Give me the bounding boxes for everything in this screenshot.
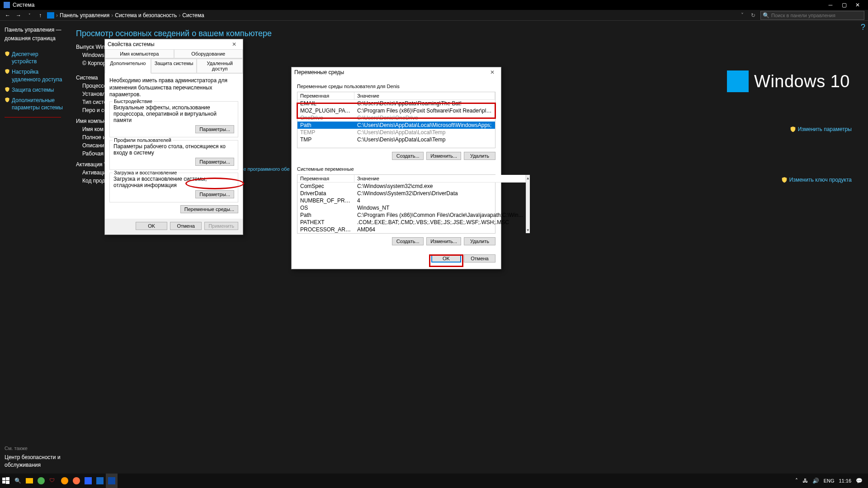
tab-advanced[interactable]: Дополнительно bbox=[105, 59, 151, 74]
sidebar-item-security-center[interactable]: Центр безопасности и обслуживания bbox=[5, 454, 63, 469]
scroll-down-icon[interactable]: ▼ bbox=[526, 227, 530, 233]
volume-icon: 🔊 bbox=[812, 478, 819, 484]
task-app-5[interactable] bbox=[94, 474, 106, 488]
tray-network[interactable]: 🖧 bbox=[801, 474, 810, 488]
maximize-button[interactable]: ▢ bbox=[837, 0, 851, 10]
ok-button[interactable]: OK bbox=[431, 254, 461, 263]
table-row[interactable]: PathC:\Users\Denis\AppData\Local\Microso… bbox=[297, 122, 495, 129]
table-row[interactable]: TEMPC:\Users\Denis\AppData\Local\Temp bbox=[297, 129, 495, 136]
refresh-button[interactable]: ↻ bbox=[750, 12, 757, 19]
table-row[interactable]: OSWindows_NT bbox=[297, 204, 526, 211]
shield-icon bbox=[5, 97, 10, 103]
change-params-link[interactable]: Изменить параметры bbox=[790, 126, 852, 133]
task-app-3[interactable] bbox=[59, 474, 71, 488]
minimize-button[interactable]: ─ bbox=[824, 0, 837, 10]
firefox-button[interactable] bbox=[71, 474, 82, 488]
col-value[interactable]: Значение bbox=[354, 92, 495, 99]
tab-computer-name[interactable]: Имя компьютера bbox=[105, 49, 174, 58]
profiles-params-button[interactable]: Параметры... bbox=[195, 158, 234, 166]
sidebar-item-remote[interactable]: Настройка удаленного доступа bbox=[5, 68, 63, 84]
cancel-button[interactable]: Отмена bbox=[464, 254, 495, 263]
tray-volume[interactable]: 🔊 bbox=[811, 474, 821, 488]
sidebar-item-device-manager[interactable]: Диспетчер устройств bbox=[5, 51, 63, 66]
table-row[interactable]: PATHEXT.COM;.EXE;.BAT;.CMD;.VBS;.VBE;.JS… bbox=[297, 219, 526, 226]
search-button[interactable]: 🔍 bbox=[12, 474, 24, 488]
scrollbar[interactable]: ▲ ▼ bbox=[526, 175, 530, 233]
startup-params-button[interactable]: Параметры... bbox=[195, 190, 234, 198]
file-explorer-button[interactable] bbox=[24, 474, 35, 488]
col-variable[interactable]: Переменная bbox=[297, 175, 354, 182]
task-app-1[interactable] bbox=[35, 474, 47, 488]
scroll-up-icon[interactable]: ▲ bbox=[526, 175, 530, 181]
back-button[interactable]: ← bbox=[4, 11, 12, 19]
close-button[interactable]: ✕ bbox=[851, 0, 864, 10]
breadcrumb-item[interactable]: Панель управления bbox=[60, 12, 109, 19]
tray-notifications[interactable]: 💬 bbox=[854, 474, 864, 488]
task-app-6[interactable] bbox=[106, 474, 118, 488]
dialog-title: Переменные среды bbox=[294, 69, 486, 75]
computer-icon[interactable] bbox=[47, 12, 54, 19]
tab-remote[interactable]: Удаленный доступ bbox=[197, 59, 243, 73]
svg-rect-4 bbox=[2, 478, 5, 480]
sys-new-button[interactable]: Создать... bbox=[392, 237, 424, 245]
user-vars-table: Переменная Значение EMAILC:\Users\Denis\… bbox=[297, 92, 495, 148]
env-vars-button[interactable]: Переменные среды... bbox=[180, 205, 238, 213]
up-button[interactable]: ↑ bbox=[36, 11, 44, 19]
close-button[interactable]: ✕ bbox=[228, 40, 240, 48]
search-input[interactable] bbox=[771, 13, 862, 18]
breadcrumb: › Панель управления › Система и безопасн… bbox=[47, 12, 736, 19]
tray-time[interactable]: 11:16 bbox=[837, 474, 853, 488]
close-button[interactable]: ✕ bbox=[486, 68, 498, 76]
forward-button[interactable]: → bbox=[14, 11, 23, 19]
sidebar-item-advanced[interactable]: Дополнительные параметры системы bbox=[5, 97, 63, 112]
windows-logo: Windows 10 bbox=[727, 70, 850, 92]
table-row[interactable]: EMAILC:\Users\Denis\AppData\Roaming\The … bbox=[297, 100, 495, 107]
col-variable[interactable]: Переменная bbox=[297, 92, 354, 99]
tray-overflow[interactable]: ˄ bbox=[793, 474, 800, 488]
sidebar-item-protection[interactable]: Защита системы bbox=[5, 86, 63, 94]
table-row[interactable]: PROCESSOR_ARCHITECTUREAMD64 bbox=[297, 226, 526, 233]
notifications-icon: 💬 bbox=[856, 478, 863, 484]
table-row[interactable]: ComSpecC:\Windows\system32\cmd.exe bbox=[297, 183, 526, 190]
performance-params-button[interactable]: Параметры... bbox=[195, 125, 234, 133]
app-icon bbox=[85, 477, 92, 484]
ok-button[interactable]: OK bbox=[136, 222, 167, 230]
user-new-button[interactable]: Создать... bbox=[392, 152, 424, 160]
cancel-button[interactable]: Отмена bbox=[170, 222, 202, 230]
sidebar-home2[interactable]: домашняя страница bbox=[5, 35, 63, 42]
breadcrumb-item[interactable]: Система bbox=[182, 12, 204, 19]
shield-icon bbox=[5, 87, 10, 92]
software-link[interactable]: ание программного обе bbox=[235, 166, 290, 172]
shield-icon bbox=[5, 51, 10, 56]
table-row[interactable]: MOZ_PLUGIN_PATHC:\Program Files (x86)\Fo… bbox=[297, 107, 495, 114]
shield-icon bbox=[5, 69, 10, 74]
apply-button[interactable]: Применить bbox=[204, 222, 238, 230]
shield-icon: 🛡 bbox=[49, 477, 57, 484]
admin-notice: Необходимо иметь права администратора дл… bbox=[109, 77, 238, 99]
task-app-2[interactable]: 🛡 bbox=[47, 474, 59, 488]
system-properties-dialog: Свойства системы ✕ Имя компьютера Оборуд… bbox=[104, 39, 243, 235]
env-vars-dialog: Переменные среды ✕ Переменные среды поль… bbox=[291, 67, 501, 269]
change-key-link[interactable]: Изменить ключ продукта bbox=[781, 176, 852, 183]
tab-system-protection[interactable]: Защита системы bbox=[151, 59, 197, 73]
table-row[interactable]: PathC:\Program Files (x86)\Common Files\… bbox=[297, 211, 526, 219]
tray-lang[interactable]: ENG bbox=[822, 474, 836, 488]
user-delete-button[interactable]: Удалить bbox=[464, 152, 495, 160]
task-app-4[interactable] bbox=[82, 474, 94, 488]
sys-edit-button[interactable]: Изменить... bbox=[426, 237, 461, 245]
breadcrumb-item[interactable]: Система и безопасность bbox=[115, 12, 177, 19]
user-edit-button[interactable]: Изменить... bbox=[426, 152, 461, 160]
performance-group-title: Быстродействие bbox=[113, 99, 154, 104]
app-icon bbox=[38, 477, 45, 484]
breadcrumb-dropdown[interactable]: ˅ bbox=[739, 12, 746, 19]
table-row[interactable]: NUMBER_OF_PROCESSORS4 bbox=[297, 197, 526, 204]
tab-hardware[interactable]: Оборудование bbox=[174, 49, 243, 58]
sidebar-home[interactable]: Панель управления — bbox=[5, 26, 63, 34]
start-button[interactable] bbox=[0, 474, 12, 488]
sys-delete-button[interactable]: Удалить bbox=[464, 237, 495, 245]
table-row[interactable]: OneDriveC:\Users\Denis\OneDrive bbox=[297, 114, 495, 122]
table-row[interactable]: TMPC:\Users\Denis\AppData\Local\Temp bbox=[297, 136, 495, 143]
recent-dropdown[interactable]: ˅ bbox=[25, 11, 33, 19]
table-row[interactable]: DriverDataC:\Windows\System32\Drivers\Dr… bbox=[297, 190, 526, 197]
col-value[interactable]: Значение bbox=[354, 175, 526, 182]
